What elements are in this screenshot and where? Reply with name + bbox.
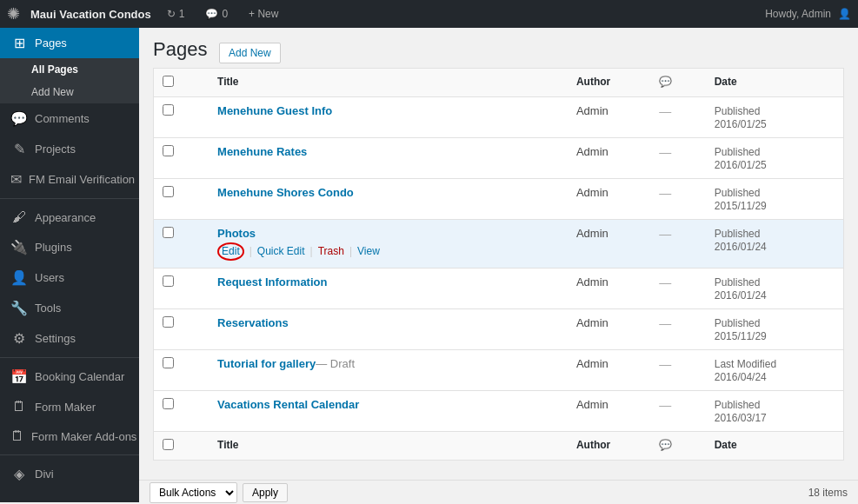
form-maker-label: Form Maker (35, 401, 96, 414)
updates-button[interactable]: ↻ 1 (162, 8, 190, 20)
page-title-link[interactable]: Menehune Rates (217, 145, 307, 158)
sidebar-item-form-maker[interactable]: 🗒 Form Maker (0, 392, 139, 421)
date-status: Published (715, 276, 761, 288)
page-title-link[interactable]: Reservations (217, 316, 289, 329)
main-content: Pages Add New Title Author 💬 Date (139, 28, 858, 502)
add-new-button[interactable]: Add New (219, 43, 281, 63)
page-title-link[interactable]: Menehune Guest Info (217, 104, 332, 117)
row-checkbox[interactable] (163, 398, 174, 409)
booking-label: Booking Calendar (35, 370, 124, 383)
footer-title[interactable]: Title (209, 431, 568, 460)
table-row: Menehune Shores CondoAdmin—Published2015… (154, 179, 844, 220)
row-checkbox[interactable] (163, 186, 174, 197)
view-button[interactable]: View (357, 245, 380, 257)
new-content-button[interactable]: + New (243, 8, 283, 20)
page-title-link[interactable]: Menehune Shores Condo (217, 186, 354, 199)
date-value: 2015/11/29 (715, 200, 767, 212)
row-date: Published2016/01/24 (706, 220, 844, 269)
comments-icon: 💬 (205, 8, 218, 20)
row-comments: — (650, 138, 706, 179)
sidebar-item-add-new[interactable]: Add New (0, 81, 139, 103)
user-avatar-icon: 👤 (838, 8, 851, 20)
sidebar-item-form-maker-addons[interactable]: 🗒 Form Maker Add-ons (0, 421, 139, 451)
projects-icon: ✎ (10, 141, 28, 157)
footer-date: Date (706, 431, 844, 460)
comments-column-icon: 💬 (659, 76, 672, 88)
footer-comments: 💬 (650, 431, 706, 460)
date-status: Published (715, 228, 761, 240)
sidebar-item-fm-email[interactable]: ✉ FM Email Verification (0, 164, 139, 195)
page-title-link[interactable]: Vacations Rental Calendar (217, 398, 359, 411)
sidebar-item-plugins[interactable]: 🔌 Plugins (0, 232, 139, 262)
row-date: Published2016/01/25 (706, 97, 844, 138)
row-title-cell: PhotosEdit|Quick Edit|Trash|View (209, 220, 568, 269)
comments-button[interactable]: 💬 0 (200, 8, 233, 20)
page-title-link[interactable]: Photos (217, 227, 256, 240)
select-all-footer-checkbox[interactable] (163, 439, 174, 450)
plugins-icon: 🔌 (10, 239, 28, 255)
date-value: 2016/01/25 (715, 118, 767, 130)
row-comments: — (650, 179, 706, 220)
updates-count: 1 (179, 8, 185, 20)
pages-label: Pages (35, 36, 67, 50)
row-checkbox[interactable] (163, 227, 174, 238)
sidebar-item-settings[interactable]: ⚙ Settings (0, 323, 139, 354)
page-wrap: Pages Add New (153, 38, 844, 68)
sidebar-item-users[interactable]: 👤 Users (0, 262, 139, 293)
row-title-cell: Request Information (209, 268, 568, 308)
page-title: Pages (153, 38, 207, 61)
row-checkbox[interactable] (163, 145, 174, 156)
quick-edit-button[interactable]: Quick Edit (257, 245, 305, 257)
select-all-checkbox[interactable] (163, 76, 174, 87)
row-author: Admin (568, 349, 650, 390)
comments-menu-icon: 💬 (10, 110, 28, 127)
row-date: Published2015/11/29 (706, 308, 844, 349)
page-title-link[interactable]: Request Information (217, 275, 327, 288)
site-name[interactable]: Maui Vacation Condos (30, 8, 151, 21)
apply-button[interactable]: Apply (243, 483, 288, 502)
sidebar-item-booking[interactable]: 📅 Booking Calendar (0, 361, 139, 392)
sidebar-item-divi[interactable]: ◈ Divi (0, 459, 139, 489)
sidebar-item-pages[interactable]: ⊞ Pages (0, 28, 139, 58)
date-value: 2016/01/25 (715, 159, 767, 171)
sidebar-item-projects[interactable]: ✎ Projects (0, 134, 139, 164)
sidebar-item-appearance[interactable]: 🖌 Appearance (0, 202, 139, 232)
row-comments: — (650, 308, 706, 349)
date-status: Published (715, 317, 761, 329)
date-status: Published (715, 399, 761, 411)
row-author: Admin (568, 308, 650, 349)
row-date: Published2016/01/24 (706, 268, 844, 308)
fm-email-label: FM Email Verification (29, 173, 135, 186)
row-title-cell: Tutorial for gallery— Draft (209, 349, 568, 390)
sidebar-item-comments[interactable]: 💬 Comments (0, 103, 139, 134)
sidebar-item-tools[interactable]: 🔧 Tools (0, 293, 139, 323)
edit-button[interactable]: Edit (217, 242, 244, 261)
trash-button[interactable]: Trash (318, 245, 344, 257)
row-checkbox[interactable] (163, 104, 174, 116)
items-count: 18 items (808, 487, 848, 499)
pages-submenu: All Pages Add New (0, 58, 139, 103)
form-maker-addons-icon: 🗒 (10, 428, 24, 444)
column-author-header: Author (568, 69, 650, 97)
table-body: Menehune Guest InfoAdmin—Published2016/0… (154, 97, 844, 432)
row-date: Published2016/03/17 (706, 390, 844, 431)
date-status: Published (715, 105, 761, 117)
row-comments: — (650, 349, 706, 390)
row-checkbox[interactable] (163, 357, 174, 368)
date-value: 2016/01/24 (715, 241, 767, 253)
table-row: Menehune Guest InfoAdmin—Published2016/0… (154, 97, 844, 138)
howdy-text: Howdy, Admin (765, 8, 831, 20)
sidebar-item-all-pages[interactable]: All Pages (0, 58, 139, 81)
bulk-actions-select[interactable]: Bulk Actions (150, 482, 237, 502)
row-checkbox[interactable] (163, 275, 174, 287)
row-author: Admin (568, 390, 650, 431)
page-title-link[interactable]: Tutorial for gallery (217, 357, 316, 370)
column-title-header[interactable]: Title (209, 69, 568, 97)
date-value: 2016/01/24 (715, 289, 767, 302)
wp-logo-icon[interactable]: ✺ (7, 4, 20, 23)
admin-bar: ✺ Maui Vacation Condos ↻ 1 💬 0 + New How… (0, 0, 858, 28)
table-row: Tutorial for gallery— DraftAdmin—Last Mo… (154, 349, 844, 390)
row-author: Admin (568, 179, 650, 220)
row-actions: Edit|Quick Edit|Trash|View (217, 242, 559, 261)
row-checkbox[interactable] (163, 316, 174, 328)
